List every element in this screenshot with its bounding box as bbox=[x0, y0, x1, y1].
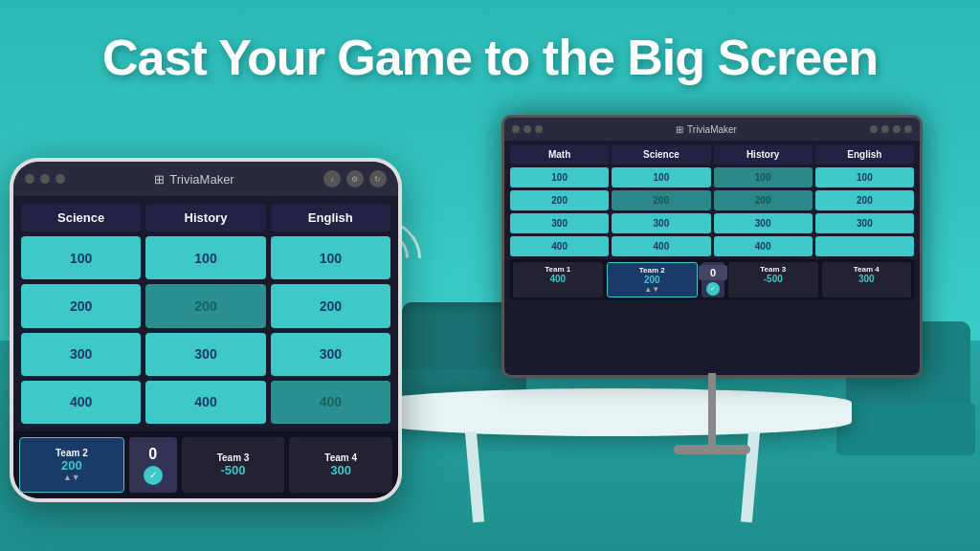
mobile-check-button[interactable]: ✓ bbox=[144, 466, 163, 485]
table bbox=[373, 369, 852, 522]
tv-col-math: Math bbox=[510, 144, 609, 165]
mobile-score-bar: Team 2 200 ▲▼ 0 ✓ Team 3 -500 Team 4 300 bbox=[13, 431, 398, 498]
mob-cell-1-1[interactable]: 200 bbox=[145, 284, 265, 327]
mobile-col-english: English bbox=[271, 204, 390, 231]
mobile-team3: Team 3 -500 bbox=[182, 437, 285, 493]
mobile-team4: Team 4 300 bbox=[289, 437, 392, 493]
mobile-controls: ♪ ⚙ ↻ bbox=[323, 170, 387, 187]
mobile-center-score[interactable]: 0 bbox=[148, 446, 157, 463]
tv-team3: Team 3 -500 bbox=[728, 262, 818, 298]
mobile-ctrl-close[interactable]: ↻ bbox=[369, 170, 387, 187]
tv-ctrl-1 bbox=[870, 125, 878, 133]
tv-cell-3-1[interactable]: 400 bbox=[612, 236, 710, 256]
mob-cell-2-1[interactable]: 300 bbox=[145, 333, 265, 376]
mob-cell-3-0[interactable]: 400 bbox=[21, 381, 141, 424]
tv-cell-3-3[interactable] bbox=[815, 236, 914, 256]
tv-cell-3-2[interactable]: 400 bbox=[714, 236, 813, 256]
mob-cell-3-2[interactable]: 400 bbox=[271, 381, 390, 424]
tv-buzzer-area: 0 ✓ bbox=[702, 262, 724, 298]
tv-ctrl-3 bbox=[893, 125, 901, 133]
tv-team2: Team 2 200 ▲▼ bbox=[607, 262, 699, 298]
mobile-app-title: ⊞ TriviaMaker bbox=[154, 172, 234, 187]
tv-ctrl-4 bbox=[904, 125, 912, 133]
mobile-score-center: 0 ✓ bbox=[129, 437, 177, 493]
tv-col-english: English bbox=[815, 144, 914, 165]
mobile-team3-name: Team 3 bbox=[217, 452, 250, 463]
table-top bbox=[373, 388, 852, 436]
tv-cell-0-3[interactable]: 100 bbox=[815, 167, 914, 187]
tv-col-science: Science bbox=[612, 144, 710, 165]
mobile-game-board: Science History English 100 100 100 200 … bbox=[13, 196, 398, 431]
tv-cell-3-0[interactable]: 400 bbox=[510, 236, 609, 256]
mob-cell-0-1[interactable]: 100 bbox=[145, 236, 265, 279]
tv-team4-name: Team 4 bbox=[826, 265, 908, 274]
tv-team4: Team 4 300 bbox=[822, 262, 912, 298]
mobile-app-name: TriviaMaker bbox=[169, 172, 234, 187]
mobile-team2: Team 2 200 ▲▼ bbox=[19, 437, 124, 493]
chair-seat-right bbox=[836, 403, 975, 455]
tv-team2-arrows[interactable]: ▲▼ bbox=[612, 285, 694, 294]
tv-column-headers: Math Science History English bbox=[510, 144, 914, 165]
tv-cell-1-1[interactable]: 200 bbox=[612, 190, 710, 210]
tv-team3-score: -500 bbox=[732, 274, 814, 284]
tv-cell-2-2[interactable]: 300 bbox=[714, 213, 813, 233]
mob-cell-2-0[interactable]: 300 bbox=[21, 333, 141, 376]
tv-team1-name: Team 1 bbox=[517, 265, 599, 274]
tv-app-title: ⊞ TriviaMaker bbox=[676, 124, 737, 135]
tv-base bbox=[674, 445, 750, 454]
tv-titlebar: ⊞ TriviaMaker bbox=[504, 118, 920, 141]
mobile-team4-name: Team 4 bbox=[324, 452, 357, 463]
tv-app-name: TriviaMaker bbox=[687, 124, 737, 135]
tv-cell-2-1[interactable]: 300 bbox=[612, 213, 710, 233]
mob-cell-0-2[interactable]: 100 bbox=[271, 236, 390, 279]
mob-cell-0-0[interactable]: 100 bbox=[21, 236, 141, 279]
mob-cell-1-2[interactable]: 200 bbox=[271, 284, 390, 327]
tv-team1-score: 400 bbox=[517, 274, 599, 284]
tv-cells: 100 100 100 100 200 200 200 200 300 300 … bbox=[510, 167, 914, 256]
tv-cell-1-2[interactable]: 200 bbox=[714, 190, 813, 210]
tv-check-icon[interactable]: ✓ bbox=[706, 282, 720, 296]
tv-cell-0-1[interactable]: 100 bbox=[612, 167, 710, 187]
tv-cell-2-3[interactable]: 300 bbox=[815, 213, 914, 233]
mob-cell-2-2[interactable]: 300 bbox=[271, 333, 390, 376]
tv-team2-score: 200 bbox=[612, 275, 694, 285]
mobile-team2-name: Team 2 bbox=[56, 448, 88, 458]
tv-dot-2 bbox=[523, 125, 531, 133]
mob-dot-2 bbox=[40, 174, 50, 184]
mobile-device: ⊞ TriviaMaker ♪ ⚙ ↻ Science History Engl… bbox=[10, 158, 402, 502]
tv-score-bar: Team 1 400 Team 2 200 ▲▼ 0 ✓ Team 3 -500 bbox=[510, 259, 914, 300]
tv-cell-0-2[interactable]: 100 bbox=[714, 167, 813, 187]
mobile-grid: 100 100 100 200 200 200 300 300 300 400 … bbox=[21, 236, 390, 424]
mob-dot-1 bbox=[25, 174, 34, 184]
tv-dot-1 bbox=[512, 125, 520, 133]
mob-dot-3 bbox=[56, 174, 65, 184]
tv-cell-1-3[interactable]: 200 bbox=[815, 190, 914, 210]
mobile-ctrl-settings[interactable]: ⚙ bbox=[346, 170, 364, 187]
tv-app-icon: ⊞ bbox=[676, 124, 683, 135]
tv-game-board: Math Science History English 100 100 100… bbox=[504, 141, 920, 304]
mobile-col-history: History bbox=[145, 204, 265, 231]
tv-team3-name: Team 3 bbox=[732, 265, 814, 274]
tv-window-controls bbox=[512, 125, 543, 133]
table-leg-left bbox=[465, 431, 484, 523]
mobile-ctrl-music[interactable]: ♪ bbox=[323, 170, 341, 187]
mobile-team2-arrows[interactable]: ▲▼ bbox=[63, 473, 80, 482]
tv-cell-2-0[interactable]: 300 bbox=[510, 213, 609, 233]
tv-cell-0-0[interactable]: 100 bbox=[510, 167, 609, 187]
mobile-team4-score: 300 bbox=[330, 463, 351, 477]
mobile-col-science: Science bbox=[21, 204, 141, 231]
tv-pole bbox=[708, 373, 716, 450]
mobile-window-dots bbox=[25, 174, 65, 184]
heading-section: Cast Your Game to the Big Screen bbox=[0, 29, 980, 86]
tv-cell-1-0[interactable]: 200 bbox=[510, 190, 609, 210]
tv-center-score[interactable]: 0 bbox=[699, 265, 727, 280]
tv-col-history: History bbox=[714, 144, 813, 165]
tv-team2-name: Team 2 bbox=[612, 266, 694, 275]
mobile-team3-score: -500 bbox=[220, 463, 245, 477]
tv-team1: Team 1 400 bbox=[513, 262, 603, 298]
mobile-screen: ⊞ TriviaMaker ♪ ⚙ ↻ Science History Engl… bbox=[13, 162, 398, 498]
mob-cell-1-0[interactable]: 200 bbox=[21, 284, 141, 327]
mob-cell-3-1[interactable]: 400 bbox=[145, 381, 265, 424]
tv-dot-3 bbox=[535, 125, 543, 133]
mobile-titlebar: ⊞ TriviaMaker ♪ ⚙ ↻ bbox=[13, 162, 398, 196]
